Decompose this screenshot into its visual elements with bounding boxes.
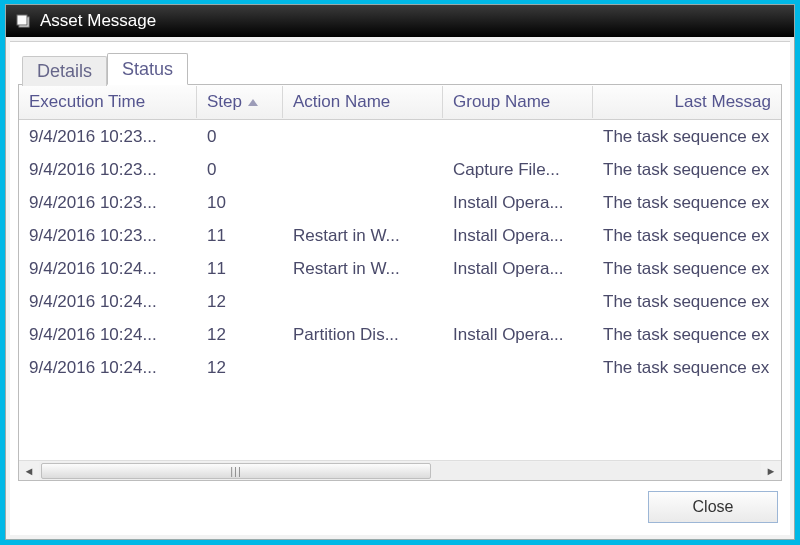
- col-header-execution-time[interactable]: Execution Time: [19, 86, 197, 118]
- col-header-last-message[interactable]: Last Messag: [593, 86, 781, 118]
- cell-action-name: [283, 133, 443, 141]
- cell-group-name: [443, 133, 593, 141]
- cell-group-name: [443, 364, 593, 372]
- cell-step: 11: [197, 255, 283, 283]
- grid-header: Execution Time Step Action Name Group Na…: [19, 85, 781, 120]
- table-row[interactable]: 9/4/2016 10:23...10Install Opera...The t…: [19, 186, 781, 219]
- dialog-body: Details Status Execution Time Step Actio…: [10, 41, 790, 535]
- sort-ascending-icon: [248, 99, 258, 106]
- cell-action-name: [283, 364, 443, 372]
- cell-execution-time: 9/4/2016 10:23...: [19, 189, 197, 217]
- col-header-action-name[interactable]: Action Name: [283, 86, 443, 118]
- cell-last-message: The task sequence ex: [593, 321, 781, 349]
- cell-action-name: Restart in W...: [283, 255, 443, 283]
- table-row[interactable]: 9/4/2016 10:23...11Restart in W...Instal…: [19, 219, 781, 252]
- cell-execution-time: 9/4/2016 10:24...: [19, 321, 197, 349]
- cell-group-name: [443, 298, 593, 306]
- cell-group-name: Install Opera...: [443, 321, 593, 349]
- cell-last-message: The task sequence ex: [593, 354, 781, 382]
- scroll-track[interactable]: |||: [39, 462, 761, 480]
- cell-group-name: Install Opera...: [443, 189, 593, 217]
- cell-action-name: [283, 166, 443, 174]
- tabstrip: Details Status: [22, 52, 782, 84]
- titlebar[interactable]: Asset Message: [6, 5, 794, 37]
- dialog-window: Asset Message Details Status Execution T…: [5, 4, 795, 540]
- table-row[interactable]: 9/4/2016 10:24...11Restart in W...Instal…: [19, 252, 781, 285]
- cell-execution-time: 9/4/2016 10:24...: [19, 288, 197, 316]
- cell-action-name: [283, 199, 443, 207]
- cell-action-name: [283, 298, 443, 306]
- cell-last-message: The task sequence ex: [593, 288, 781, 316]
- cell-step: 0: [197, 156, 283, 184]
- cell-execution-time: 9/4/2016 10:23...: [19, 156, 197, 184]
- cell-last-message: The task sequence ex: [593, 222, 781, 250]
- cell-last-message: The task sequence ex: [593, 255, 781, 283]
- table-row[interactable]: 9/4/2016 10:23...0Capture File...The tas…: [19, 153, 781, 186]
- table-row[interactable]: 9/4/2016 10:23...0The task sequence ex: [19, 120, 781, 153]
- svg-rect-1: [17, 15, 27, 25]
- col-header-step-label: Step: [207, 92, 242, 112]
- scroll-right-button[interactable]: ►: [761, 462, 781, 480]
- table-row[interactable]: 9/4/2016 10:24...12Partition Dis...Insta…: [19, 318, 781, 351]
- cell-action-name: Restart in W...: [283, 222, 443, 250]
- cell-step: 0: [197, 123, 283, 151]
- cell-execution-time: 9/4/2016 10:23...: [19, 123, 197, 151]
- cell-step: 12: [197, 288, 283, 316]
- cell-step: 10: [197, 189, 283, 217]
- scroll-left-button[interactable]: ◄: [19, 462, 39, 480]
- cell-step: 11: [197, 222, 283, 250]
- cell-group-name: Install Opera...: [443, 255, 593, 283]
- grid-body: 9/4/2016 10:23...0The task sequence ex9/…: [19, 120, 781, 460]
- tab-details[interactable]: Details: [22, 56, 107, 86]
- cell-execution-time: 9/4/2016 10:24...: [19, 255, 197, 283]
- cell-step: 12: [197, 321, 283, 349]
- close-button[interactable]: Close: [648, 491, 778, 523]
- col-header-step[interactable]: Step: [197, 86, 283, 118]
- cell-step: 12: [197, 354, 283, 382]
- app-icon: [14, 12, 32, 30]
- window-title: Asset Message: [40, 11, 156, 31]
- col-header-group-name[interactable]: Group Name: [443, 86, 593, 118]
- table-row[interactable]: 9/4/2016 10:24...12The task sequence ex: [19, 351, 781, 384]
- tab-status[interactable]: Status: [107, 53, 188, 85]
- table-row[interactable]: 9/4/2016 10:24...12The task sequence ex: [19, 285, 781, 318]
- cell-last-message: The task sequence ex: [593, 123, 781, 151]
- cell-last-message: The task sequence ex: [593, 156, 781, 184]
- status-grid: Execution Time Step Action Name Group Na…: [18, 84, 782, 481]
- button-bar: Close: [18, 481, 782, 527]
- cell-group-name: Install Opera...: [443, 222, 593, 250]
- scroll-thumb[interactable]: |||: [41, 463, 431, 479]
- cell-group-name: Capture File...: [443, 156, 593, 184]
- cell-last-message: The task sequence ex: [593, 189, 781, 217]
- cell-execution-time: 9/4/2016 10:24...: [19, 354, 197, 382]
- cell-execution-time: 9/4/2016 10:23...: [19, 222, 197, 250]
- horizontal-scrollbar[interactable]: ◄ ||| ►: [19, 460, 781, 480]
- cell-action-name: Partition Dis...: [283, 321, 443, 349]
